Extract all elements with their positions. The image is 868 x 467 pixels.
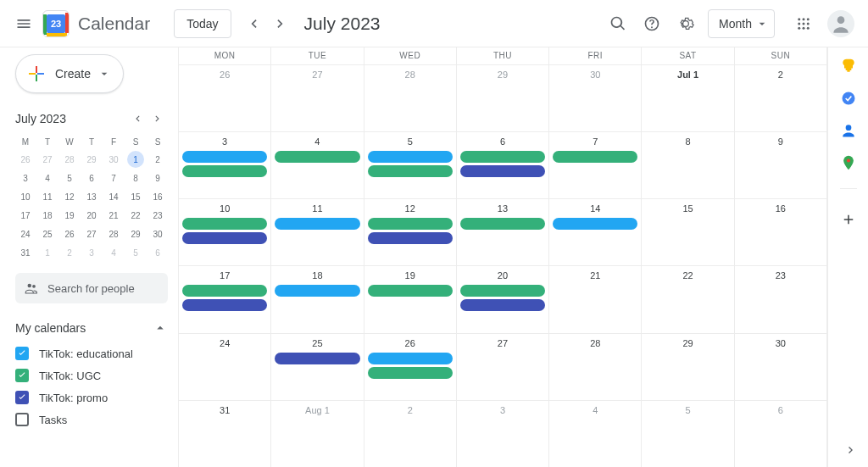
day-cell[interactable]: 5 xyxy=(642,401,734,467)
contacts-addon[interactable] xyxy=(840,122,857,139)
mini-day-cell[interactable]: 26 xyxy=(59,225,80,242)
mini-day-cell[interactable]: 30 xyxy=(103,151,124,168)
day-cell[interactable]: 21 xyxy=(549,266,642,332)
day-cell[interactable]: 24 xyxy=(179,334,271,400)
mini-day-cell[interactable]: 17 xyxy=(15,207,36,224)
calendar-item[interactable]: Tasks xyxy=(15,409,168,431)
day-cell[interactable]: 16 xyxy=(735,199,827,265)
day-cell[interactable]: 17 xyxy=(179,266,271,332)
event-chip[interactable] xyxy=(368,165,453,177)
day-cell[interactable]: 11 xyxy=(271,199,364,265)
create-button[interactable]: Create xyxy=(15,54,124,93)
mini-day-cell[interactable]: 19 xyxy=(59,207,80,224)
apps-button[interactable] xyxy=(787,7,821,41)
event-chip[interactable] xyxy=(460,285,545,297)
mini-day-cell[interactable]: 2 xyxy=(59,244,80,261)
event-chip[interactable] xyxy=(275,151,359,163)
day-cell[interactable]: 5 xyxy=(364,132,457,198)
mini-day-cell[interactable]: 23 xyxy=(147,207,168,224)
mini-day-cell[interactable]: 21 xyxy=(103,207,124,224)
event-chip[interactable] xyxy=(182,218,267,230)
view-selector[interactable]: Month xyxy=(708,9,775,38)
mini-day-cell[interactable]: 5 xyxy=(125,244,146,261)
mini-day-cell[interactable]: 3 xyxy=(81,244,102,261)
mini-day-cell[interactable]: 9 xyxy=(147,170,168,186)
day-cell[interactable]: Jul 1 xyxy=(642,65,734,131)
mini-day-cell[interactable]: 6 xyxy=(147,244,168,261)
day-cell[interactable]: 10 xyxy=(179,199,271,265)
event-chip[interactable] xyxy=(182,165,267,177)
day-cell[interactable]: 18 xyxy=(271,266,364,332)
mini-day-cell[interactable]: 28 xyxy=(103,225,124,242)
account-avatar[interactable] xyxy=(827,10,854,37)
day-cell[interactable]: 14 xyxy=(549,199,642,265)
event-chip[interactable] xyxy=(368,232,453,244)
main-menu-button[interactable] xyxy=(7,7,41,41)
today-button[interactable]: Today xyxy=(174,9,231,38)
event-chip[interactable] xyxy=(553,151,637,163)
calendar-item[interactable]: TikTok: educational xyxy=(15,342,168,364)
mini-day-cell[interactable]: 16 xyxy=(147,188,168,205)
mini-day-cell[interactable]: 11 xyxy=(37,188,58,205)
day-cell[interactable]: 29 xyxy=(457,65,549,131)
day-cell[interactable]: 8 xyxy=(642,132,734,198)
prev-period-button[interactable] xyxy=(240,10,267,37)
mini-day-cell[interactable]: 3 xyxy=(15,170,36,186)
mini-next-button[interactable] xyxy=(147,108,168,129)
mini-prev-button[interactable] xyxy=(127,108,147,129)
mini-day-cell[interactable]: 27 xyxy=(37,151,58,168)
search-people-input[interactable]: Search for people xyxy=(15,273,168,303)
day-cell[interactable]: 31 xyxy=(179,401,271,467)
day-cell[interactable]: 23 xyxy=(735,266,827,332)
event-chip[interactable] xyxy=(368,285,453,297)
event-chip[interactable] xyxy=(368,151,453,163)
day-cell[interactable]: 12 xyxy=(364,199,457,265)
day-cell[interactable]: 4 xyxy=(549,401,642,467)
day-cell[interactable]: 27 xyxy=(271,65,364,131)
event-chip[interactable] xyxy=(182,285,267,297)
event-chip[interactable] xyxy=(275,353,359,364)
calendar-checkbox[interactable] xyxy=(15,369,29,382)
mini-day-cell[interactable]: 20 xyxy=(81,207,102,224)
event-chip[interactable] xyxy=(460,299,545,311)
app-logo[interactable]: Calendar xyxy=(42,10,150,37)
help-button[interactable] xyxy=(635,7,669,41)
event-chip[interactable] xyxy=(553,218,637,230)
event-chip[interactable] xyxy=(275,218,359,230)
mini-day-cell[interactable]: 18 xyxy=(37,207,58,224)
mini-day-cell[interactable]: 14 xyxy=(103,188,124,205)
calendar-item[interactable]: TikTok: promo xyxy=(15,386,168,409)
mini-day-cell[interactable]: 4 xyxy=(37,170,58,186)
mini-day-cell[interactable]: 5 xyxy=(59,170,80,186)
event-chip[interactable] xyxy=(368,218,453,230)
mini-day-cell[interactable]: 8 xyxy=(125,170,146,186)
event-chip[interactable] xyxy=(368,367,453,379)
day-cell[interactable]: 13 xyxy=(457,199,549,265)
search-button[interactable] xyxy=(601,7,635,41)
day-cell[interactable]: 6 xyxy=(457,132,549,198)
day-cell[interactable]: 3 xyxy=(179,132,271,198)
maps-addon[interactable] xyxy=(840,154,857,171)
next-period-button[interactable] xyxy=(267,10,294,37)
mini-day-cell[interactable]: 26 xyxy=(15,151,36,168)
mini-day-cell[interactable]: 30 xyxy=(147,225,168,242)
mini-day-cell[interactable]: 22 xyxy=(125,207,146,224)
mini-day-cell[interactable]: 15 xyxy=(125,188,146,205)
hide-side-panel-button[interactable] xyxy=(844,443,858,460)
day-cell[interactable]: 27 xyxy=(457,334,549,400)
mini-day-cell[interactable]: 10 xyxy=(15,188,36,205)
mini-day-cell[interactable]: 6 xyxy=(81,170,102,186)
mini-day-cell[interactable]: 28 xyxy=(59,151,80,168)
event-chip[interactable] xyxy=(460,151,545,163)
settings-button[interactable] xyxy=(669,7,703,41)
mini-day-cell[interactable]: 2 xyxy=(147,151,168,168)
day-cell[interactable]: 28 xyxy=(549,334,642,400)
day-cell[interactable]: 22 xyxy=(642,266,734,332)
event-chip[interactable] xyxy=(182,299,267,311)
event-chip[interactable] xyxy=(182,151,267,163)
get-addons-button[interactable] xyxy=(840,211,857,228)
mini-day-cell[interactable]: 25 xyxy=(37,225,58,242)
day-cell[interactable]: 4 xyxy=(271,132,364,198)
event-chip[interactable] xyxy=(460,218,545,230)
mini-day-cell[interactable]: 31 xyxy=(15,244,36,261)
